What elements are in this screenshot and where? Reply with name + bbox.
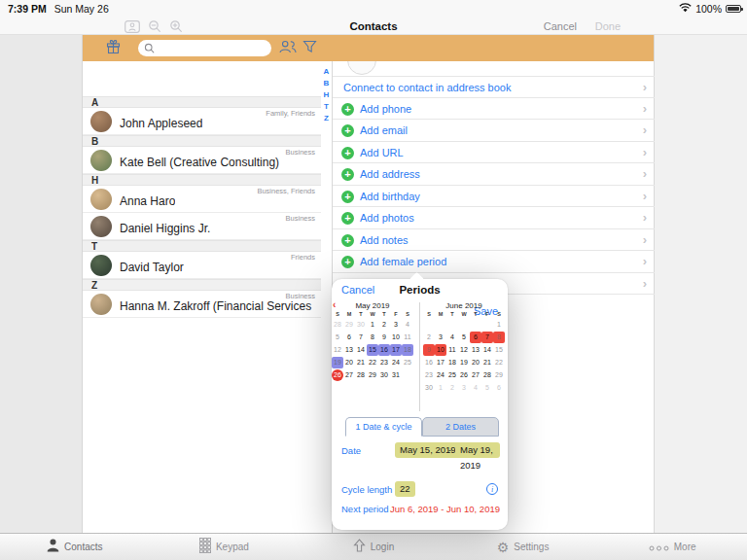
calendar-day[interactable]: 25 [446,369,458,381]
calendar-day[interactable]: 1 [435,382,446,394]
contact-row[interactable]: Anna HaroBusiness, Friends [83,186,321,213]
index-letter-h[interactable]: H [321,91,332,99]
calendar-day[interactable]: 9 [423,344,435,356]
calendar-day[interactable]: 6 [470,332,481,343]
calendar-day[interactable]: 22 [493,357,505,368]
index-letter-a[interactable]: A [321,68,332,76]
detail-row[interactable]: +Add address› [333,163,655,186]
contact-row[interactable]: Daniel Higgins Jr.Business [83,213,321,240]
detail-row[interactable]: +Add email› [333,120,655,142]
calendar-day[interactable]: 24 [435,369,446,381]
calendar-day[interactable]: 28 [332,319,343,331]
calendar-day[interactable]: 13 [343,344,355,356]
calendar-day[interactable]: 5 [481,382,493,394]
calendar-day[interactable]: 31 [390,369,402,381]
tab-settings[interactable]: ⚙Settings [448,534,598,560]
calendar-day[interactable]: 9 [378,332,390,343]
calendar-day[interactable]: 1 [367,319,378,331]
calendar-day[interactable]: 15 [367,344,378,356]
calendar-day[interactable]: 21 [481,357,493,368]
calendar-day[interactable]: 29 [343,319,355,331]
calendar-day[interactable]: 12 [458,344,470,356]
calendar-day[interactable]: 26 [332,369,343,381]
calendar-day[interactable]: 15 [493,344,505,356]
calendar-day[interactable]: 8 [367,332,378,343]
calendar-day[interactable]: 14 [355,344,367,356]
calendar-day[interactable]: 14 [481,344,493,356]
calendar-day[interactable]: 2 [446,382,458,394]
cancel-button[interactable]: Cancel [544,20,577,32]
prev-month-icon[interactable]: ‹ [333,300,336,310]
index-letter-b[interactable]: B [321,80,332,88]
calendar-day[interactable]: 19 [458,357,470,368]
calendar-day[interactable]: 7 [481,332,493,343]
calendar-day[interactable]: 19 [332,357,343,368]
calendar-day[interactable]: 28 [355,369,367,381]
calendar-day[interactable]: 3 [435,332,446,343]
calendar-day[interactable]: 18 [446,357,458,368]
calendar-day[interactable]: 26 [458,369,470,381]
calendar-day[interactable]: 8 [493,332,505,343]
calendar-day[interactable]: 4 [470,382,481,394]
calendar-day[interactable]: 10 [435,344,446,356]
tab-login[interactable]: Login [299,534,448,560]
calendar-day[interactable]: 6 [343,332,355,343]
calendar-day[interactable]: 16 [378,344,390,356]
calendar-day[interactable]: 17 [390,344,402,356]
calendar-day[interactable]: 28 [481,369,493,381]
calendar-day[interactable]: 11 [402,332,413,343]
cycle-length-badge[interactable]: 22 [395,481,415,497]
calendar-day[interactable]: 11 [446,344,458,356]
search-input[interactable] [159,43,266,53]
tab-more[interactable]: More [597,534,747,560]
date-to-badge[interactable]: May 19, 2019 [455,442,500,458]
detail-row[interactable]: Connect to contact in address book› [333,76,655,98]
tab-keypad[interactable]: Keypad [150,534,300,560]
contact-row[interactable]: Hanna M. Zakroff (Financial Services I…B… [83,291,321,318]
gift-icon[interactable] [106,39,121,58]
detail-row[interactable]: +Add notes› [333,229,655,252]
calendar-day[interactable]: 12 [332,344,343,356]
calendar-day[interactable]: 3 [458,382,470,394]
calendar-day[interactable]: 10 [390,332,402,343]
calendar-day[interactable]: 30 [355,319,367,331]
calendar-day[interactable]: 2 [378,319,390,331]
filter-icon[interactable] [302,40,317,57]
contact-row[interactable]: John AppleseedFamily, Friends [83,108,321,135]
index-letter-z[interactable]: Z [321,115,332,122]
tab-1-date-cycle[interactable]: 1 Date & cycle [345,417,422,437]
calendar-day[interactable]: 20 [470,357,481,368]
calendar-day[interactable]: 22 [367,357,378,368]
calendar-day[interactable]: 30 [423,382,435,394]
calendar-day[interactable]: 5 [332,332,343,343]
calendar-day[interactable]: 2 [423,332,435,343]
calendar-day[interactable]: 30 [378,369,390,381]
calendar-day[interactable]: 27 [343,369,355,381]
people-icon[interactable] [279,40,297,57]
done-button[interactable]: Done [595,20,621,32]
calendar-day[interactable]: 23 [423,369,435,381]
contact-row[interactable]: David TaylorFriends [83,252,321,279]
tab-2-dates[interactable]: 2 Dates [422,417,499,437]
calendar-day[interactable]: 21 [355,357,367,368]
calendar-day[interactable]: 3 [390,319,402,331]
calendar-day[interactable]: 5 [458,332,470,343]
calendar-day[interactable]: 1 [493,319,505,331]
calendar-day[interactable]: 23 [378,357,390,368]
info-icon[interactable]: i [486,483,498,495]
calendar-day[interactable]: 16 [423,357,435,368]
popover-cancel-button[interactable]: Cancel [341,279,374,300]
calendar-day[interactable]: 4 [446,332,458,343]
contact-row[interactable]: Kate Bell (Creative Consulting)Business [83,147,321,174]
calendar-day[interactable]: 13 [470,344,481,356]
calendar-day[interactable]: 27 [470,369,481,381]
calendar-day[interactable]: 24 [390,357,402,368]
detail-row[interactable]: +Add photos› [333,207,655,229]
detail-row[interactable]: +Add female period› [333,251,655,273]
calendar-day[interactable]: 6 [493,382,505,394]
calendar-day[interactable]: 20 [343,357,355,368]
tab-contacts[interactable]: Contacts [0,534,150,560]
detail-row[interactable]: +Add URL› [333,142,655,164]
calendar-day[interactable]: 17 [435,357,446,368]
calendar-day[interactable]: 18 [402,344,413,356]
